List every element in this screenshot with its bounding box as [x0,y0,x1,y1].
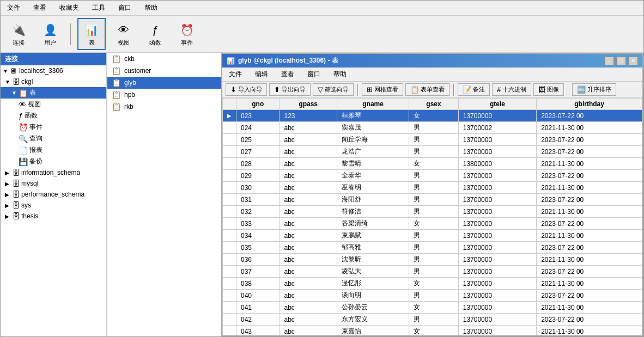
col-header-gname[interactable]: gname [337,99,409,110]
note-btn[interactable]: 📝 备注 [458,83,490,96]
table-row[interactable]: 037abc凌弘大男137000002023-07-22 00 [223,266,642,278]
menu-view[interactable]: 查看 [31,2,48,14]
toolbar-table[interactable]: 📊 表 [77,18,106,50]
col-header-gtele[interactable]: gtele [458,99,536,110]
inner-sep2 [453,84,454,96]
tree-arrow-tables-group: ▼ [11,90,17,96]
col-header-gsex[interactable]: gsex [409,99,458,110]
table-row[interactable]: 036abc沈黎昕男137000002021-11-30 00 [223,254,642,266]
cell-gsex: 男 [409,290,458,302]
cell-gpass: abc [280,290,337,302]
table-row[interactable]: 042abc东方宏义男137000002023-07-22 00 [223,314,642,326]
table-row[interactable]: 024abc窦嘉茂男137000022021-11-30 00 [223,122,642,134]
grid-btn[interactable]: ⊞ 网格查看 [362,83,403,96]
tree-item-localhost[interactable]: ▼🖥localhost_3306 [1,65,106,76]
cell-gtele: 13700000 [458,266,536,278]
table-row[interactable]: 043abc束嘉怡女137000002021-11-30 00 [223,326,642,336]
cell-gno: 028 [236,158,280,170]
tree-arrow-info-schema: ▶ [5,170,10,176]
file-label-hpb: hpb [124,91,135,99]
close-button[interactable]: ✕ [628,57,638,65]
form-btn[interactable]: 📋 表单查看 [405,83,449,96]
hex-label: 十六进制 [502,85,526,94]
sidebar: 连接 ▼🖥localhost_3306▼🗄ckgl▼📋表👁视图ƒ函数⏰事件🔍查询… [1,53,107,336]
menu-help[interactable]: 帮助 [142,2,160,14]
table-row[interactable]: 033abc谷梁清绮女137000002023-07-22 00 [223,218,642,230]
toolbar-event[interactable]: ⏰ 事件 [173,19,201,50]
tree-label-functions: 函数 [25,111,38,120]
tree-item-perf-schema[interactable]: ▶🗄performance_schema [1,189,106,200]
col-header-gbirthday[interactable]: gbirthday [537,99,642,110]
maximize-button[interactable]: □ [616,57,626,65]
table-row[interactable]: 035abc邹高雅男137000002023-07-22 00 [223,242,642,254]
cell-gpass: abc [280,206,337,218]
inner-menu-help[interactable]: 帮助 [331,69,349,80]
tree-item-ckgl[interactable]: ▼🗄ckgl [1,76,106,87]
tree-arrow-ckgl: ▼ [5,79,10,85]
import-btn[interactable]: ⬇ 导入向导 [226,83,267,96]
file-item-rkb[interactable]: 📋rkb [107,101,221,113]
table-row[interactable]: 028abc黎雪晴女138000002021-11-30 00 [223,158,642,170]
file-item-customer[interactable]: 📋customer [107,65,221,77]
tree-item-reports[interactable]: 📄报表 [1,144,106,156]
table-row[interactable]: 034abc束鹏赋男137000002021-11-30 00 [223,230,642,242]
tree-icon-perf-schema: 🗄 [12,190,20,199]
table-row[interactable]: 029abc全泰华男137000002023-07-22 00 [223,170,642,182]
toolbar-user[interactable]: 👤 用户 [37,19,64,50]
menu-file[interactable]: 文件 [5,2,22,14]
grid-label: 网格查看 [374,85,398,94]
tree-item-thesis-db[interactable]: ▶🗄thesis [1,211,106,222]
table-row[interactable]: 031abc海阳舒男137000002023-07-22 00 [223,194,642,206]
sort-btn[interactable]: 🔤 升序排序 [572,83,616,96]
table-row[interactable]: 040abc谈向明男137000002023-07-22 00 [223,290,642,302]
col-header-gno[interactable]: gno [236,99,280,110]
table-row[interactable]: 038abc逯忆彤女137000002021-11-30 00 [223,278,642,290]
tree-item-events[interactable]: ⏰事件 [1,121,106,133]
table-row[interactable]: 025abc闻丘学海男137000002023-07-22 00 [223,134,642,146]
tree-item-info-schema[interactable]: ▶🗄information_schema [1,167,106,178]
toolbar-connect[interactable]: 🔌 连接 [5,19,32,50]
menu-tools[interactable]: 工具 [90,2,107,14]
image-label: 图像 [547,85,559,94]
table-row[interactable]: 032abc符修洁男137000002021-11-30 00 [223,206,642,218]
inner-menu-edit[interactable]: 编辑 [253,69,270,80]
filter-btn[interactable]: ▽ 筛选向导 [313,83,354,96]
cell-gtele: 13700000 [458,230,536,242]
file-item-hpb[interactable]: 📋hpb [107,89,221,101]
menu-favorites[interactable]: 收藏夹 [57,2,81,14]
tree-item-views[interactable]: 👁视图 [1,99,106,110]
image-btn[interactable]: 🖼 图像 [533,83,564,96]
inner-menu-view[interactable]: 查看 [279,69,296,80]
tree-icon-backup: 💾 [19,157,28,166]
file-item-ckb[interactable]: 📋ckb [107,53,221,65]
inner-menu-bar: 文件 编辑 查看 窗口 帮助 [222,68,642,82]
inner-menu-window[interactable]: 窗口 [305,69,323,80]
table-container[interactable]: gnogpassgnamegsexgtelegbirthday ▶023123桓… [222,98,642,335]
tree-item-backup[interactable]: 💾备份 [1,156,106,167]
table-row[interactable]: ▶023123桓雅琴女137000002023-07-22 00 [223,110,642,122]
menu-window[interactable]: 窗口 [116,2,133,14]
toolbar-view[interactable]: 👁 视图 [110,19,137,50]
cell-gsex: 男 [409,230,458,242]
tree-item-mysql-db[interactable]: ▶🗄mysql [1,178,106,189]
tree-item-queries[interactable]: 🔍查询 [1,133,106,144]
hex-btn[interactable]: # 十六进制 [492,83,531,96]
toolbar-function[interactable]: ƒ 函数 [142,19,169,50]
table-row[interactable]: 041abc公孙晏云女137000002021-11-30 00 [223,302,642,314]
cell-gbirthday: 2023-07-22 00 [537,266,642,278]
tree-item-tables-group[interactable]: ▼📋表 [1,87,106,99]
table-row[interactable]: 027abc龙浩广男137000002023-07-22 00 [223,146,642,158]
file-item-glyb[interactable]: 📋glyb [107,77,221,89]
tree-item-sys-db[interactable]: ▶🗄sys [1,200,106,211]
inner-window-title: glyb @ckgl (localhost_3306) - 表 [238,56,338,65]
inner-menu-file[interactable]: 文件 [227,69,244,80]
tree-item-functions[interactable]: ƒ函数 [1,110,106,121]
cell-gno: 040 [236,290,280,302]
row-indicator [223,158,236,170]
minimize-button[interactable]: – [604,57,614,65]
col-header-gpass[interactable]: gpass [280,99,337,110]
cell-gname: 束鹏赋 [337,230,409,242]
import-label: 导入向导 [238,85,262,94]
export-btn[interactable]: ⬆ 导出向导 [269,83,311,96]
table-row[interactable]: 030abc巫春明男137000002021-11-30 00 [223,182,642,194]
